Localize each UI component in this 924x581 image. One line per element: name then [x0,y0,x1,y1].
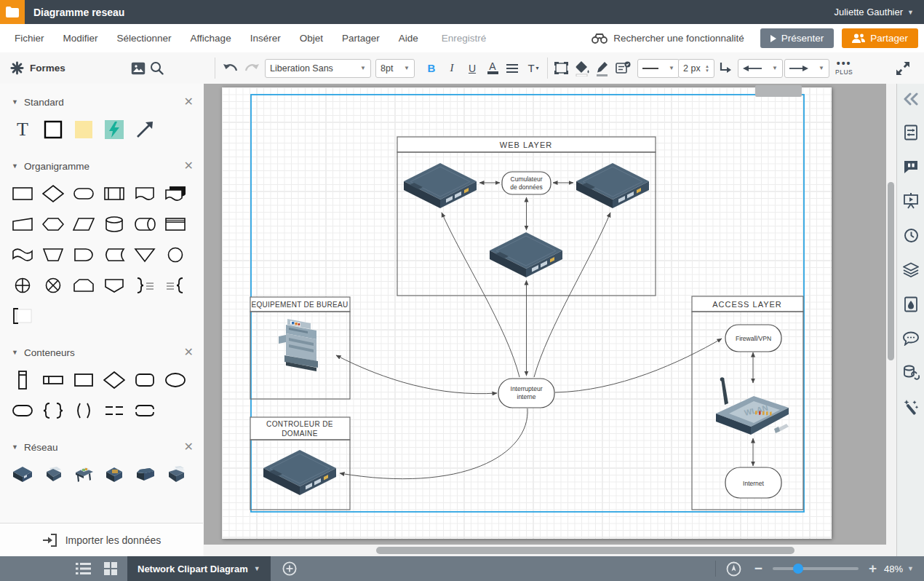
canvas[interactable]: WEB LAYER EQUIPEMENT DE BUREAU CONTROLEU… [204,84,896,556]
server-web-right[interactable] [576,163,649,208]
shape-network-printer[interactable] [41,464,65,486]
node-internet[interactable]: Internet [725,467,781,498]
menu-affichage[interactable]: Affichage [191,33,231,44]
shape-connector[interactable] [163,244,188,266]
shape-card[interactable] [10,213,35,235]
underline-button[interactable]: U [466,52,479,84]
line-style-select[interactable]: ▼ [637,52,680,84]
bold-button[interactable]: B [425,52,438,84]
more-tools-button[interactable]: •••PLUS [835,52,853,84]
wireless-router[interactable]: WLAN [716,377,789,435]
shape-frame-button[interactable] [554,52,568,84]
shape-decision[interactable] [41,183,65,205]
shape-ellipse-container[interactable] [163,369,188,391]
user-menu[interactable]: Juliette Gauthier ▼ [834,7,914,17]
shape-parentheses[interactable] [71,400,96,422]
shape-arrow[interactable] [132,119,157,141]
page-tab[interactable]: Network Clipart Diagram ▼ [127,556,271,581]
canvas-scroll-thumb-top[interactable] [755,85,802,97]
shape-document[interactable] [132,183,157,205]
section-standard-header[interactable]: ▼ Standard ✕ [0,91,204,113]
shape-multi-document[interactable] [163,183,188,205]
shape-network-switch[interactable] [132,464,157,486]
close-section-icon[interactable]: ✕ [184,96,194,108]
office-copier[interactable] [279,319,318,371]
shape-delay[interactable] [71,244,96,266]
shapes-panel-toggle[interactable]: Formes [10,52,65,84]
shape-rect-container[interactable] [71,369,96,391]
shape-horizontal-lines[interactable] [102,400,127,422]
shape-lightning[interactable] [102,119,127,141]
menu-objet[interactable]: Objet [300,33,323,44]
horizontal-scroll-thumb[interactable] [376,547,794,554]
shape-horizontal-container[interactable] [41,369,65,391]
font-size-select[interactable]: 8pt ▼ [375,52,415,84]
zoom-slider-handle[interactable] [793,564,803,574]
fill-color-button[interactable] [575,52,589,84]
shape-network-server[interactable] [10,464,35,486]
share-button[interactable]: Partager [842,28,918,48]
shape-internal-storage[interactable] [163,213,188,235]
chat-button[interactable] [903,331,919,346]
node-interrupteur[interactable]: Interrupteur interne [498,379,554,408]
comments-button[interactable] [903,159,919,174]
shape-data[interactable] [71,213,96,235]
app-logo[interactable] [0,0,25,24]
server-web-left[interactable] [404,163,477,208]
layers-button[interactable] [903,262,919,277]
zoom-level-select[interactable]: 48% ▼ [884,564,914,574]
shape-off-page-connector[interactable] [102,274,127,296]
magic-wand-button[interactable] [903,399,919,415]
font-family-select[interactable]: Liberation Sans ▼ [265,52,371,84]
shape-style-button[interactable] [616,52,631,84]
shape-brace-right[interactable] [132,274,157,296]
grid-view-button[interactable] [104,562,117,575]
data-link-button[interactable] [903,365,920,380]
line-width-stepper[interactable]: 2 px▲▼ [678,52,714,84]
align-button[interactable] [505,52,519,84]
shape-process[interactable] [10,183,35,205]
menu-selectionner[interactable]: Sélectionner [117,33,172,44]
vertical-scroll-thumb[interactable] [888,182,894,360]
present-button[interactable]: Présenter [760,28,835,48]
server-domain-controller[interactable] [263,450,336,495]
close-section-icon[interactable]: ✕ [184,160,194,172]
import-data-button[interactable]: Importer les données [0,523,203,556]
collapse-panel-button[interactable] [903,92,919,106]
diagram-page[interactable]: WEB LAYER EQUIPEMENT DE BUREAU CONTROLEU… [222,87,832,539]
shape-sticky-note[interactable] [71,119,96,141]
shape-stored-data[interactable] [102,244,127,266]
shape-pill-container[interactable] [10,400,35,422]
arrow-start-select[interactable]: ▼ [738,52,783,84]
menu-inserer[interactable]: Insérer [250,33,281,44]
shape-bracket[interactable] [10,305,35,327]
shape-summing-junction[interactable] [41,274,65,296]
font-color-button[interactable]: A [485,52,500,84]
presentation-button[interactable] [903,193,919,209]
shape-rounded-lines[interactable] [132,400,157,422]
search-shapes-button[interactable] [150,52,164,84]
node-firewall[interactable]: Firewall/VPN [725,325,781,352]
shape-network-copier[interactable] [163,464,188,486]
section-reseau-header[interactable]: ▼ Réseau ✕ [0,436,204,458]
horizontal-scrollbar[interactable] [204,545,896,556]
shape-network-plotter[interactable] [71,464,96,486]
redo-button[interactable] [244,52,260,84]
shape-text[interactable]: T [10,119,35,141]
shape-rounded-container[interactable] [132,369,157,391]
shape-curly-braces[interactable] [41,400,65,422]
arrow-end-select[interactable]: ▼ [784,52,829,84]
line-color-button[interactable] [595,52,610,84]
fullscreen-button[interactable] [896,52,909,84]
shape-network-hub[interactable] [102,464,127,486]
connector-style-button[interactable] [719,52,732,84]
italic-button[interactable]: I [445,52,458,84]
shape-merge[interactable] [132,244,157,266]
vertical-scrollbar[interactable] [886,84,896,545]
shape-brace-left[interactable] [163,274,188,296]
reset-view-button[interactable] [726,561,741,577]
menu-modifier[interactable]: Modifier [63,33,98,44]
close-section-icon[interactable]: ✕ [184,441,194,453]
shape-terminator[interactable] [71,183,96,205]
feature-search[interactable]: Rechercher une fonctionnalité [592,33,744,44]
